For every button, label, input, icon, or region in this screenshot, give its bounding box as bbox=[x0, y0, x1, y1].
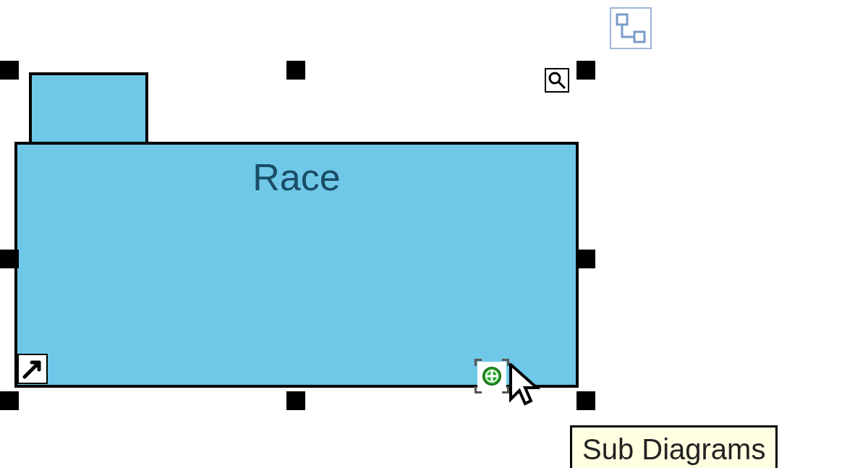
svg-line-3 bbox=[558, 82, 565, 88]
selection-handle-bm[interactable] bbox=[286, 391, 305, 410]
diagram-canvas[interactable]: Race bbox=[0, 0, 868, 468]
svg-point-2 bbox=[550, 73, 560, 83]
selection-handle-tr[interactable] bbox=[576, 61, 595, 80]
selection-handle-bl[interactable] bbox=[0, 391, 19, 410]
selection-handle-ml[interactable] bbox=[0, 250, 19, 268]
svg-rect-1 bbox=[634, 32, 644, 42]
svg-rect-0 bbox=[617, 14, 627, 25]
selection-handle-br[interactable] bbox=[576, 391, 595, 410]
selection-handle-mr[interactable] bbox=[576, 250, 595, 268]
quick-link-icon[interactable] bbox=[610, 7, 652, 49]
selection-handle-tl[interactable] bbox=[0, 61, 19, 80]
magnify-icon[interactable] bbox=[545, 68, 569, 93]
sub-diagrams-button[interactable] bbox=[477, 362, 506, 391]
selection-handle-tm[interactable] bbox=[286, 61, 305, 80]
tooltip-text: Sub Diagrams bbox=[582, 433, 765, 465]
package-tab bbox=[29, 72, 148, 145]
package-body: Race bbox=[14, 142, 579, 388]
tooltip: Sub Diagrams bbox=[570, 425, 778, 468]
package-name-label: Race bbox=[252, 156, 340, 199]
shortcut-arrow-icon bbox=[17, 354, 48, 384]
sub-diagrams-icon bbox=[482, 367, 501, 386]
